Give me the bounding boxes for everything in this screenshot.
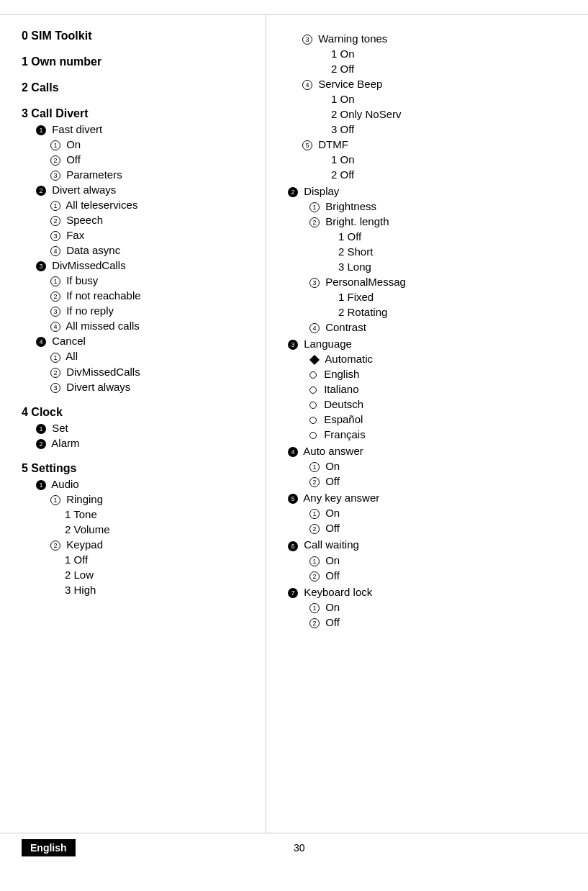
personal-messag: 3 PersonalMessag [288,276,574,288]
dtmf-on: 1 On [288,153,574,166]
filled-circle-display: 2 [288,187,298,197]
warning-tones-on: 1 On [288,48,574,60]
contrast: 4 Contrast [288,321,574,333]
num-circle-anykey-on: 1 [309,509,320,519]
filled-circle-clock-1: 1 [36,424,46,434]
num-circle-kl-on: 1 [309,603,320,613]
dtmf: 5 DTMF [288,138,574,150]
keyboard-lock-on: 1 On [288,601,574,613]
open-circle-icon-2 [309,386,317,394]
open-circle-icon-3 [309,402,317,409]
lang-francais: Français [288,428,574,440]
lang-espanol: Español [288,413,574,425]
num-circle-service-beep: 4 [302,80,312,90]
div-missed-calls: 3 DivMissedCalls [22,259,251,271]
display-section: 2 Display [288,185,574,197]
if-busy: 1 If busy [22,274,251,286]
keypad-low: 2 Low [22,569,251,581]
filled-circle-call-waiting: 6 [288,541,298,551]
cancel-all: 1 All [22,350,251,362]
personal-messag-fixed: 1 Fixed [288,291,574,303]
call-waiting-on: 1 On [288,554,574,566]
page-number: 30 [294,842,305,854]
any-key-answer-section: 5 Any key answer [288,492,574,504]
num-circle-1b: 1 [50,276,60,286]
cancel-divert-always: 3 Divert always [22,381,251,393]
right-column: 3 Warning tones 1 On 2 Off 4 Service Bee… [266,15,588,833]
english-badge: English [22,839,76,856]
page-container: 0 SIM Toolkit 1 Own number 2 Calls 3 Cal… [0,0,588,891]
any-key-off: 2 Off [288,522,574,534]
keypad-off: 1 Off [22,553,251,566]
divert-fax: 3 Fax [22,229,251,241]
section-calls: 2 Calls [22,81,251,94]
num-circle-1c: 1 [50,353,60,363]
ringing-tone: 1 Tone [22,508,251,520]
filled-circle-keyboard-lock: 7 [288,588,298,598]
num-circle-auto-off: 2 [309,477,320,487]
fast-divert-on: 1 On [22,138,251,150]
filled-circle-1: 1 [36,125,46,135]
divert-all-teleservices: 1 All teleservices [22,199,251,211]
num-circle-dtmf: 5 [302,140,312,150]
num-circle-3: 3 [50,171,60,181]
keyboard-lock-section: 7 Keyboard lock [288,586,574,598]
num-circle-3c: 3 [50,383,60,393]
num-circle-2b: 2 [50,291,60,302]
num-circle-2: 2 [50,155,60,166]
keyboard-lock-off: 2 Off [288,616,574,628]
warning-tones: 3 Warning tones [288,32,574,45]
num-circle-cw-on: 1 [309,556,320,566]
section-clock: 4 Clock [22,406,251,419]
all-missed-calls: 4 All missed calls [22,320,251,332]
num-circle-bright-length: 2 [309,217,320,227]
num-circle-2a: 2 [50,216,60,226]
num-circle-warning: 3 [302,35,312,45]
num-circle-1: 1 [50,140,60,150]
section-own-number: 1 Own number [22,55,251,68]
num-circle-contrast: 4 [309,323,320,333]
bright-length: 2 Bright. length [288,215,574,227]
settings-audio: 1 Audio [22,478,251,490]
filled-circle-4: 4 [36,337,46,347]
filled-circle-3: 3 [36,261,46,271]
num-circle-keypad: 2 [50,541,60,551]
filled-circle-clock-2: 2 [36,439,46,449]
if-not-reachable: 2 If not reachable [22,289,251,302]
cancel: 4 Cancel [22,335,251,347]
open-circle-icon-4 [309,417,317,424]
lang-italiano: Italiano [288,383,574,395]
section-call-divert: 3 Call Divert [22,107,251,120]
bright-length-off: 1 Off [288,230,574,243]
diamond-icon [309,355,320,365]
fast-divert: 1 Fast divert [22,123,251,135]
service-beep-on: 1 On [288,93,574,105]
num-circle-4b: 4 [50,322,60,332]
fast-divert-off: 2 Off [22,153,251,166]
open-circle-icon-1 [309,371,317,379]
service-beep-only-noserv: 2 Only NoServ [288,108,574,120]
warning-tones-off: 2 Off [288,63,574,75]
filled-circle-language: 3 [288,340,298,350]
divert-speech: 2 Speech [22,214,251,226]
num-circle-anykey-off: 2 [309,524,320,534]
num-circle-ringing: 1 [50,495,60,505]
brightness: 1 Brightness [288,200,574,212]
num-circle-1a: 1 [50,201,60,211]
num-circle-kl-off: 2 [309,618,320,628]
num-circle-personal-msg: 3 [309,278,320,288]
left-column: 0 SIM Toolkit 1 Own number 2 Calls 3 Cal… [0,15,266,833]
num-circle-2c: 2 [50,368,60,378]
lang-english: English [288,368,574,380]
any-key-on: 1 On [288,507,574,519]
lang-deutsch: Deutsch [288,398,574,410]
call-waiting-section: 6 Call waiting [288,538,574,551]
fast-divert-params: 3 Parameters [22,168,251,181]
num-circle-3b: 3 [50,307,60,317]
num-circle-4a: 4 [50,246,60,256]
clock-alarm: 2 Alarm [22,437,251,449]
call-waiting-off: 2 Off [288,569,574,582]
divert-data-async: 4 Data async [22,244,251,256]
lang-automatic: Automatic [288,353,574,365]
keypad-high: 3 High [22,584,251,596]
